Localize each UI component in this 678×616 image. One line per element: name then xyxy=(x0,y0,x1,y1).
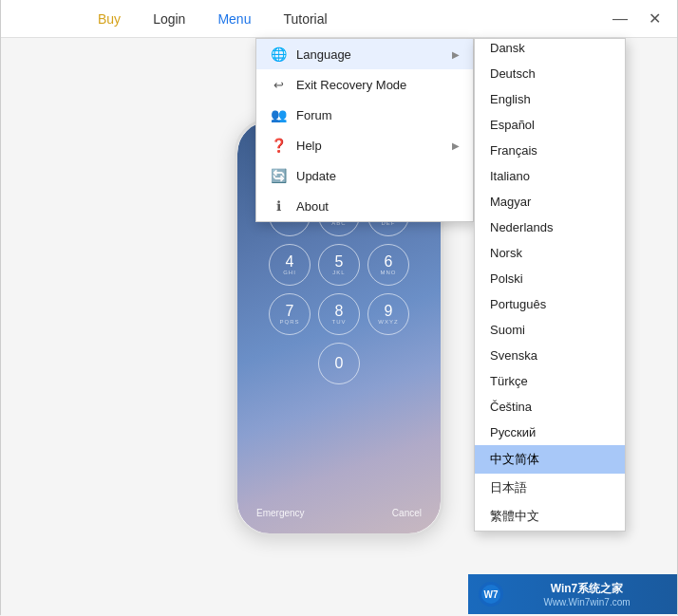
lang-item-dansk[interactable]: Dansk xyxy=(475,38,625,61)
svg-text:W7: W7 xyxy=(484,589,499,600)
lang-item-deutsch[interactable]: Deutsch xyxy=(475,61,625,86)
menu-item-forum[interactable]: 👥 Forum xyxy=(256,100,473,130)
language-submenu: DanskDeutschEnglishEspañolFrançaisItalia… xyxy=(474,38,626,532)
watermark-text2: Www.Win7win7.com xyxy=(543,597,630,607)
key-8[interactable]: 8TUV xyxy=(318,293,360,335)
menu-item-help[interactable]: ❓ Help ▶ xyxy=(256,130,473,160)
emergency-button[interactable]: Emergency xyxy=(256,508,305,518)
update-icon: 🔄 xyxy=(270,167,287,184)
lang-item-español[interactable]: Español xyxy=(475,112,625,138)
title-bar: Buy Login Menu Tutorial — ✕ xyxy=(1,0,677,38)
exit-icon: ↩ xyxy=(270,76,287,93)
menu-label-update: Update xyxy=(296,169,460,183)
info-icon: ℹ xyxy=(270,197,287,215)
watermark-icon: W7 xyxy=(478,581,504,607)
lang-item-русский[interactable]: Русский xyxy=(475,420,625,445)
arrow-icon-language: ▶ xyxy=(452,49,460,60)
nav-login[interactable]: Login xyxy=(141,6,197,32)
lang-item-日本語[interactable]: 日本語 xyxy=(475,474,625,502)
menu-item-exit-recovery[interactable]: ↩ Exit Recovery Mode xyxy=(256,69,473,100)
lang-item-suomi[interactable]: Suomi xyxy=(475,317,625,343)
lang-item-magyar[interactable]: Magyar xyxy=(475,189,625,215)
menu-label-forum: Forum xyxy=(296,108,460,122)
lang-item-繁體中文[interactable]: 繁體中文 xyxy=(475,502,625,531)
menu-item-update[interactable]: 🔄 Update xyxy=(256,160,473,191)
bottom-buttons: Emergency Cancel xyxy=(237,493,441,518)
nav-menu-item[interactable]: Menu xyxy=(206,6,262,32)
key-9[interactable]: 9WXYZ xyxy=(367,293,409,335)
lang-item-italiano[interactable]: Italiano xyxy=(475,163,625,189)
key-0[interactable]: 0 xyxy=(318,343,360,384)
lang-item-norsk[interactable]: Norsk xyxy=(475,240,625,266)
menu-item-language[interactable]: 🌐 Language ▶ xyxy=(256,39,473,69)
cancel-button[interactable]: Cancel xyxy=(392,508,422,518)
key-7[interactable]: 7PQRS xyxy=(269,293,311,335)
arrow-icon-help: ▶ xyxy=(452,140,460,151)
menu-label-exit-recovery: Exit Recovery Mode xyxy=(296,78,460,92)
window-controls: — ✕ xyxy=(607,6,668,32)
menu-dropdown: 🌐 Language ▶ ↩ Exit Recovery Mode 👥 Foru… xyxy=(255,38,474,222)
key-5[interactable]: 5JKL xyxy=(318,244,360,286)
lang-item-polski[interactable]: Polski xyxy=(475,266,625,291)
nav-menu: Buy Login Menu Tutorial xyxy=(10,6,339,32)
globe-icon: 🌐 xyxy=(270,46,287,63)
lang-item-nederlands[interactable]: Nederlands xyxy=(475,215,625,240)
minimize-button[interactable]: — xyxy=(607,6,633,32)
app-window: Buy Login Menu Tutorial — ✕ Swipe up for… xyxy=(0,0,678,615)
lang-item-français[interactable]: Français xyxy=(475,138,625,163)
watermark-text1: Win7系统之家 xyxy=(551,581,624,597)
close-button[interactable]: ✕ xyxy=(641,6,668,32)
help-icon: ❓ xyxy=(270,137,287,154)
menu-label-help: Help xyxy=(296,139,443,153)
lang-item-türkçe[interactable]: Türkçe xyxy=(475,368,625,394)
watermark-bar: W7 Win7系统之家 Www.Win7win7.com xyxy=(468,574,677,614)
lang-item-english[interactable]: English xyxy=(475,86,625,112)
menu-item-about[interactable]: ℹ About xyxy=(256,191,473,221)
lang-item-čeština[interactable]: Čeština xyxy=(475,394,625,420)
key-6[interactable]: 6MNO xyxy=(367,244,409,286)
lang-item-中文简体[interactable]: 中文简体 xyxy=(475,445,625,474)
forum-icon: 👥 xyxy=(270,106,287,123)
menu-label-about: About xyxy=(296,199,460,214)
key-4[interactable]: 4GHI xyxy=(269,244,311,286)
menu-label-language: Language xyxy=(296,47,443,62)
lang-item-svenska[interactable]: Svenska xyxy=(475,343,625,368)
nav-buy[interactable]: Buy xyxy=(86,6,132,32)
keypad: 1 2ABC 3DEF 4GHI 5JKL 6MNO 7PQRS 8TUV 9W… xyxy=(269,195,409,384)
nav-tutorial[interactable]: Tutorial xyxy=(272,6,338,32)
lang-item-português[interactable]: Português xyxy=(475,291,625,317)
